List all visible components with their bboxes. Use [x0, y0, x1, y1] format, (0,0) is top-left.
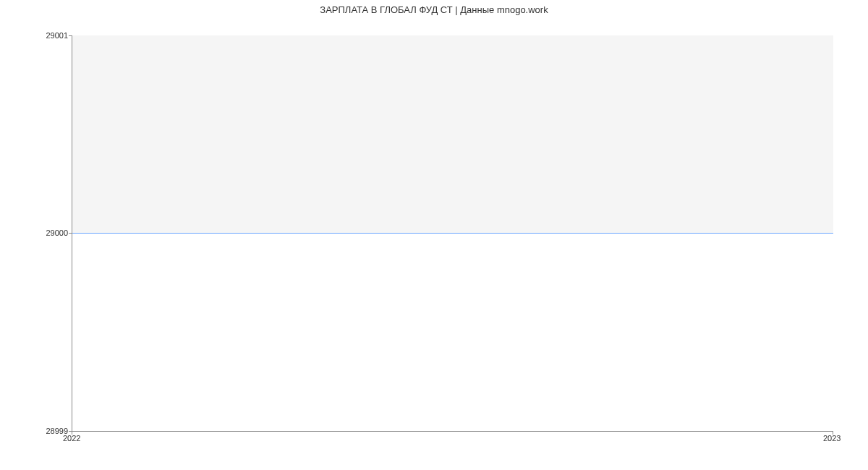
chart-title: ЗАРПЛАТА В ГЛОБАЛ ФУД СТ | Данные mnogo.…	[0, 4, 868, 15]
y-tick-mark	[69, 233, 72, 234]
y-tick-28999: 28999	[3, 427, 68, 435]
y-tick-mark	[69, 35, 72, 36]
upper-background-pane	[72, 35, 833, 234]
salary-line-chart: ЗАРПЛАТА В ГЛОБАЛ ФУД СТ | Данные mnogo.…	[0, 0, 868, 470]
series-line-salary	[72, 233, 833, 234]
x-tick-2022: 2022	[63, 434, 80, 443]
y-tick-label: 29000	[46, 228, 68, 237]
y-tick-29001: 29001	[3, 31, 68, 40]
y-tick-label: 29001	[46, 31, 68, 40]
lower-background-pane	[72, 234, 833, 432]
y-tick-29000: 29000	[3, 228, 68, 237]
plot-area	[72, 35, 833, 432]
x-tick-2023: 2023	[823, 434, 841, 443]
